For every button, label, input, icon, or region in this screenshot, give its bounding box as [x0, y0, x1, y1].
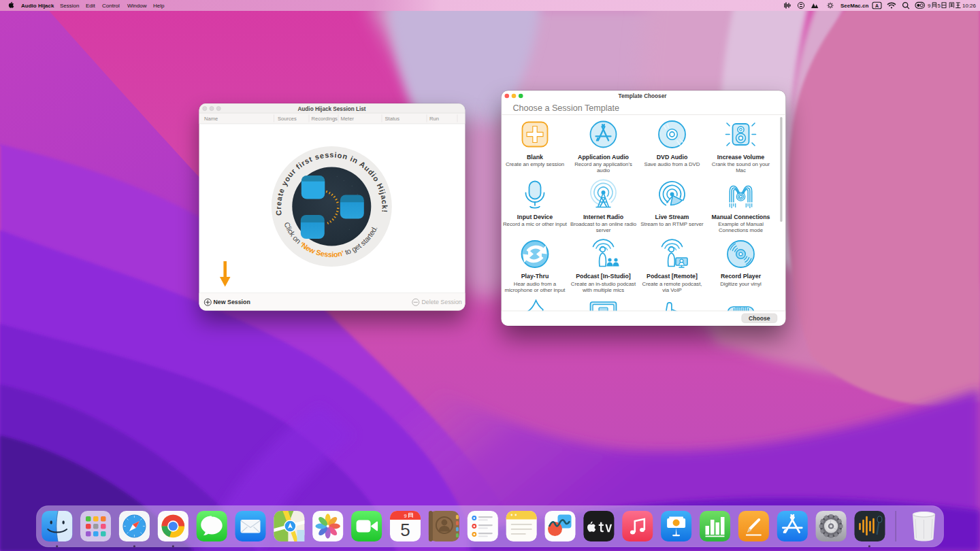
svg-text:Podcast [Remote]: Podcast [Remote] — [647, 273, 698, 280]
svg-text:Create a remote podcast,: Create a remote podcast, — [642, 281, 702, 287]
svg-text:Live Stream: Live Stream — [655, 214, 689, 220]
svg-text:Save audio from a DVD: Save audio from a DVD — [644, 161, 700, 167]
svg-text:Play-Thru: Play-Thru — [521, 273, 549, 280]
svg-text:via VoIP: via VoIP — [662, 287, 682, 293]
svg-text:Create an empty session: Create an empty session — [506, 161, 564, 167]
svg-text:Stream to an RTMP server: Stream to an RTMP server — [640, 221, 704, 227]
svg-text:Application Audio: Application Audio — [578, 154, 630, 161]
svg-text:Choose: Choose — [749, 315, 770, 322]
svg-text:microphone or other input: microphone or other input — [505, 287, 566, 293]
svg-text:Manual Connections: Manual Connections — [711, 214, 770, 220]
svg-text:Digitize your vinyl: Digitize your vinyl — [720, 281, 762, 287]
svg-text:Broadcast to an online radio: Broadcast to an online radio — [570, 221, 637, 227]
svg-text:Choose a Session Template: Choose a Session Template — [513, 103, 620, 113]
svg-text:Record a mic or other input: Record a mic or other input — [503, 221, 568, 227]
svg-text:Mac: Mac — [736, 167, 746, 173]
svg-text:Create an in-studio podcast: Create an in-studio podcast — [571, 281, 636, 287]
svg-text:DVD Audio: DVD Audio — [657, 154, 688, 161]
svg-text:with multiple mics: with multiple mics — [582, 287, 624, 293]
svg-text:Record Player: Record Player — [721, 273, 762, 280]
svg-text:Crank the sound on your: Crank the sound on your — [712, 161, 770, 167]
svg-text:Record any application's: Record any application's — [574, 161, 632, 167]
svg-text:Increase Volume: Increase Volume — [717, 154, 764, 161]
svg-text:server: server — [596, 227, 611, 233]
svg-text:audio: audio — [597, 167, 610, 173]
svg-text:Template Chooser: Template Chooser — [619, 93, 668, 99]
svg-text:Podcast [In-Studio]: Podcast [In-Studio] — [576, 273, 631, 280]
svg-text:Blank: Blank — [527, 154, 543, 161]
svg-text:Hear audio from a: Hear audio from a — [514, 281, 557, 287]
svg-text:Example of Manual: Example of Manual — [718, 221, 764, 227]
svg-text:Connections mode: Connections mode — [719, 227, 763, 233]
svg-text:Internet Radio: Internet Radio — [583, 214, 624, 220]
svg-text:Input Device: Input Device — [517, 214, 553, 220]
